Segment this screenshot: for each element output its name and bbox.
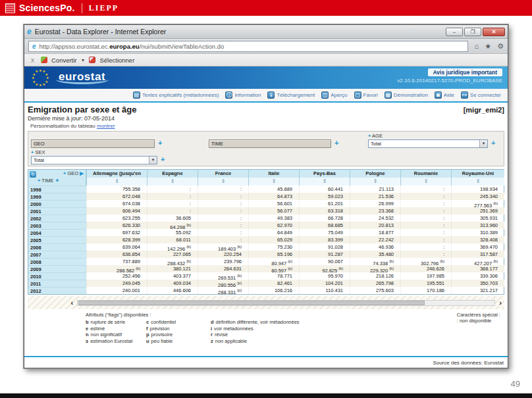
flag-definition: fprévision bbox=[146, 326, 211, 332]
column-header: Pologne⇕ bbox=[350, 170, 400, 186]
table-cell: 674.038 bbox=[86, 200, 147, 207]
maximize-button[interactable]: ❐ bbox=[464, 28, 481, 36]
url-input[interactable]: e http://appsso.eurostat.ec.europa.eu/nu… bbox=[28, 41, 468, 52]
montrer-link[interactable]: montrer bbox=[97, 123, 115, 129]
row-year-header: 2011 bbox=[28, 280, 86, 287]
sort-icon[interactable]: ⇕ bbox=[300, 178, 350, 186]
column-header-label: Roumanie bbox=[401, 170, 451, 178]
main-content: Emigration par sexe et âge [migr_emi2] D… bbox=[24, 103, 508, 356]
sex-select-arrow-icon[interactable]: ▼ bbox=[149, 157, 157, 164]
table-cell: : bbox=[198, 193, 248, 200]
row-year-header: 2006 bbox=[28, 243, 86, 251]
download-icon: ⇓ bbox=[267, 91, 275, 99]
sex-add-icon[interactable]: + bbox=[161, 156, 165, 163]
column-header-label: Espagne bbox=[147, 170, 198, 178]
sort-icon[interactable]: ⇕ bbox=[249, 178, 299, 186]
geo-dimension-box[interactable]: GEO bbox=[31, 139, 155, 148]
table-cell: : bbox=[400, 207, 451, 214]
menu-item-label: Aide bbox=[444, 92, 454, 98]
table-cell: 64.849 bbox=[248, 229, 299, 236]
table-cell: 606.494 bbox=[86, 207, 147, 214]
sort-icon[interactable]: ⇕ bbox=[198, 178, 248, 186]
table-cell: : bbox=[198, 222, 248, 229]
table-cell: 21.536 bbox=[350, 193, 400, 200]
table-cell: 63.318 bbox=[299, 207, 350, 214]
sort-icon[interactable]: ⇕ bbox=[452, 178, 504, 186]
scrollbar-track[interactable] bbox=[77, 300, 495, 306]
legal-notice-link[interactable]: Avis juridique important bbox=[428, 68, 502, 76]
home-icon[interactable]: ⌂ bbox=[475, 42, 479, 51]
table-cell: : bbox=[400, 222, 451, 229]
table-cell: 403.377 bbox=[147, 272, 198, 280]
age-select-arrow-icon[interactable]: ▼ bbox=[479, 140, 487, 147]
favorites-icon[interactable]: ★ bbox=[485, 42, 491, 51]
toolbar-close-button[interactable]: x bbox=[31, 57, 34, 64]
table-cell: 639.064 bbox=[86, 243, 147, 251]
table-cell: 55.092 bbox=[147, 229, 198, 236]
time-axis-label[interactable]: + TIME ▼ bbox=[38, 178, 60, 184]
table-cell: 280.556 (p) bbox=[198, 280, 248, 287]
eurostat-banner: ★★★★★★★★★★★★ eurostat Avis juridique imp… bbox=[24, 66, 508, 89]
special-item: : non disponible bbox=[457, 318, 500, 324]
menu-item[interactable]: ⓘInformation bbox=[225, 91, 261, 99]
table-cell: : bbox=[400, 186, 451, 193]
settings-icon[interactable]: ⚙ bbox=[497, 42, 504, 51]
table-row: 2004697.63255.092:64.84975.04918.877:310… bbox=[28, 229, 504, 236]
time-dimension-box[interactable]: TIME bbox=[209, 139, 331, 148]
table-cell: 240.001 bbox=[86, 287, 147, 294]
scroll-left-icon[interactable]: ‹ bbox=[68, 299, 76, 307]
flag-definition: ddéfinition différente, voir métadonnées bbox=[211, 319, 375, 326]
geo-add-icon[interactable]: + bbox=[158, 139, 162, 147]
convertir-dropdown-caret[interactable]: ▼ bbox=[81, 58, 86, 62]
table-row: 1999672.048::64.87359.02321.536:245.340 bbox=[28, 193, 504, 200]
scroll-right-icon[interactable]: › bbox=[496, 299, 504, 307]
menu-item[interactable]: ⇓Téléchargement bbox=[267, 91, 315, 99]
flag-definition: sestimation Eurostat bbox=[86, 338, 146, 345]
table-cell: 198.934 bbox=[451, 186, 504, 193]
menu-item[interactable]: ⊶Se connecter bbox=[461, 91, 501, 99]
table-cell: 45.889 bbox=[248, 186, 299, 193]
help-icon: ◙ bbox=[435, 91, 442, 99]
scrollbar-thumb[interactable] bbox=[78, 301, 424, 305]
table-cell: 95.970 bbox=[299, 272, 350, 280]
age-add-icon[interactable]: + bbox=[491, 139, 495, 147]
sort-icon[interactable]: ⇕ bbox=[87, 178, 147, 186]
preview-icon: ◫ bbox=[321, 91, 329, 99]
sort-icon[interactable]: ⇕ bbox=[350, 178, 400, 186]
table-cell: 286.582 (b) bbox=[86, 265, 147, 272]
column-header-label: Italie bbox=[249, 170, 299, 178]
sex-select[interactable]: Total▼ bbox=[31, 156, 157, 164]
special-title: Caractères spécial : bbox=[457, 312, 500, 318]
slide-footer-bar bbox=[0, 393, 532, 398]
time-add-icon[interactable]: + bbox=[334, 139, 338, 147]
menu-item[interactable]: ▤Textes explicatifs (métadonnées) bbox=[133, 91, 219, 99]
brand-sciencespo: SciencesPo. bbox=[19, 3, 75, 13]
window-titlebar[interactable]: e Eurostat - Data Explorer - Internet Ex… bbox=[24, 25, 508, 39]
sciencespo-crest-icon bbox=[5, 3, 15, 13]
age-select[interactable]: Total▼ bbox=[368, 139, 488, 148]
selectionner-button[interactable]: Sélectionner bbox=[99, 57, 134, 64]
row-year-header: 2000 bbox=[28, 200, 86, 207]
slide-page-number: 49 bbox=[511, 379, 520, 389]
table-cell: 227.065 bbox=[147, 251, 198, 258]
geo-axis-label[interactable]: + GEO ▶ bbox=[63, 170, 84, 176]
table-cell: 22.242 bbox=[350, 236, 400, 243]
sort-icon[interactable]: ⇕ bbox=[401, 178, 451, 186]
table-cell: 246.626 bbox=[400, 265, 451, 272]
table-cell: 275.603 bbox=[350, 287, 400, 294]
minimize-button[interactable]: – bbox=[446, 28, 463, 36]
convertir-button[interactable]: Convertir bbox=[51, 57, 77, 64]
legend-area: Attributs ("flags") disponibles : bruptu… bbox=[28, 312, 504, 344]
sort-icon[interactable]: ⇕ bbox=[147, 178, 198, 186]
menu-item[interactable]: ◙Aide bbox=[435, 91, 454, 99]
table-cell: 104.201 bbox=[299, 280, 350, 287]
menu-item[interactable]: ▢Favori bbox=[354, 91, 378, 99]
brand-liepp: LIEPP bbox=[89, 3, 119, 13]
pivot-icon[interactable]: ↻ bbox=[30, 171, 36, 178]
menu-item[interactable]: ◫Aperçu bbox=[321, 91, 347, 99]
column-header: Royaume-Uni⇕ bbox=[451, 170, 504, 186]
menu-item[interactable]: ▦Démonstration bbox=[385, 91, 428, 99]
close-button[interactable]: ✕ bbox=[483, 28, 505, 36]
table-row: 2003626.33064.298 (b):62.97068.68520.813… bbox=[28, 222, 504, 229]
table-cell: 74.338 (b) bbox=[350, 258, 400, 265]
